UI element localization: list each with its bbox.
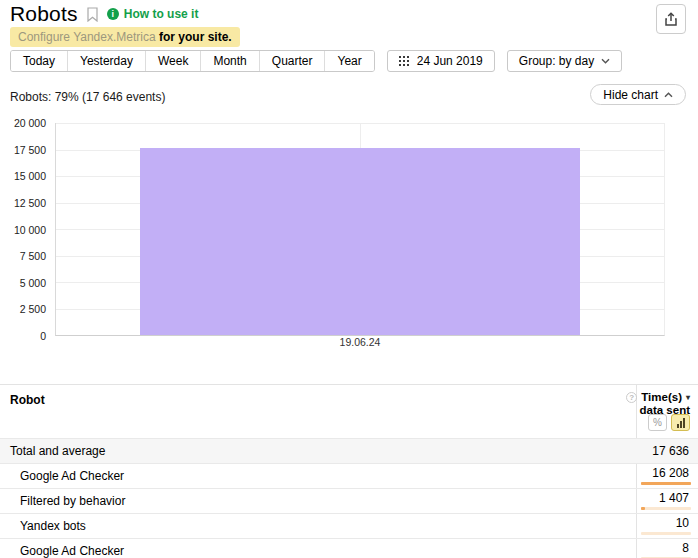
table-row[interactable]: Google Ad Checker8 — [0, 538, 698, 558]
y-tick-label: 0 — [40, 330, 46, 342]
chevron-up-icon — [664, 92, 673, 98]
date-label: 24 Jun 2019 — [417, 54, 483, 68]
robot-name[interactable]: Filtered by behavior — [0, 489, 637, 513]
group-label: Group: by day — [519, 54, 594, 68]
y-tick-label: 7 500 — [20, 250, 46, 262]
calendar-icon — [399, 56, 410, 67]
hide-chart-button[interactable]: Hide chart — [590, 84, 686, 105]
barchart-toggle-button[interactable] — [671, 414, 690, 431]
toolbar: TodayYesterdayWeekMonthQuarterYear 24 Ju… — [10, 50, 622, 72]
period-segmented-control: TodayYesterdayWeekMonthQuarterYear — [10, 50, 375, 72]
info-icon: i — [107, 8, 119, 20]
robot-name[interactable]: Yandex bots — [0, 514, 637, 538]
export-icon — [663, 11, 679, 27]
row-value-cell: 16 208 — [637, 464, 698, 488]
y-tick-label: 2 500 — [20, 303, 46, 315]
value-bar — [641, 507, 691, 510]
how-to-use-link[interactable]: i How to use it — [107, 7, 199, 21]
percent-toggle-button[interactable]: % — [648, 414, 667, 431]
report-header: Robots i How to use it — [10, 2, 198, 26]
date-picker-button[interactable]: 24 Jun 2019 — [387, 50, 495, 72]
period-button-yesterday[interactable]: Yesterday — [68, 51, 146, 71]
table-row[interactable]: Total and average17 636 — [0, 438, 698, 463]
table-row[interactable]: Filtered by behavior1 407 — [0, 488, 698, 513]
y-tick-label: 12 500 — [14, 197, 46, 209]
row-value: 8 — [682, 541, 689, 555]
robots-table: Robot ? Time(s) ▾ data sent % Total and … — [0, 384, 698, 558]
robot-name[interactable]: Google Ad Checker — [0, 539, 637, 558]
value-bar — [641, 532, 691, 535]
configure-banner[interactable]: Configure Yandex.Metrica for your site. — [10, 27, 240, 47]
chart-x-axis-label: 19.06.24 — [55, 336, 665, 350]
robots-report-page: { "colors": { "green": "#13a04b", "banne… — [0, 0, 698, 558]
y-tick-label: 10 000 — [14, 224, 46, 236]
y-tick-label: 15 000 — [14, 170, 46, 182]
chart-bar[interactable] — [140, 148, 580, 335]
configure-link[interactable]: Configure Yandex.Metrica — [18, 30, 156, 44]
row-value-cell: 8 — [637, 539, 698, 558]
help-icon[interactable]: ? — [626, 392, 637, 403]
hide-chart-label: Hide chart — [603, 88, 658, 102]
value-bar — [641, 482, 691, 485]
period-button-today[interactable]: Today — [11, 51, 68, 71]
banner-text: for your site. — [156, 30, 232, 44]
row-value: 1 407 — [659, 491, 689, 505]
y-tick-label: 20 000 — [14, 117, 46, 129]
period-button-quarter[interactable]: Quarter — [260, 51, 326, 71]
table-header: Robot ? Time(s) ▾ data sent % — [0, 385, 698, 438]
table-row[interactable]: Google Ad Checker16 208 — [0, 463, 698, 488]
value-header-label: Time(s) — [641, 391, 682, 404]
y-tick-label: 17 500 — [14, 144, 46, 156]
chart-y-axis-labels: 02 5005 0007 50010 00012 50015 00017 500… — [0, 123, 46, 336]
y-tick-label: 5 000 — [20, 277, 46, 289]
row-value: 16 208 — [652, 466, 689, 480]
row-value: 17 636 — [652, 444, 689, 458]
how-to-use-label: How to use it — [124, 7, 199, 21]
group-dropdown[interactable]: Group: by day — [507, 50, 622, 72]
sort-desc-icon[interactable]: ▾ — [686, 391, 690, 404]
table-body: Total and average17 636Google Ad Checker… — [0, 438, 698, 558]
table-row[interactable]: Yandex bots10 — [0, 513, 698, 538]
bookmark-icon[interactable] — [87, 7, 98, 22]
row-value-cell: 1 407 — [637, 489, 698, 513]
bar-chart-icon — [677, 418, 685, 428]
export-button[interactable] — [656, 4, 686, 34]
row-value-cell: 10 — [637, 514, 698, 538]
events-chart: 02 5005 0007 50010 00012 50015 00017 500… — [0, 112, 698, 352]
period-button-week[interactable]: Week — [146, 51, 201, 71]
display-toggles: % — [648, 414, 690, 431]
robot-name[interactable]: Total and average — [0, 439, 637, 463]
chevron-down-icon — [601, 58, 610, 64]
chart-plot — [55, 123, 665, 336]
robot-name[interactable]: Google Ad Checker — [0, 464, 637, 488]
row-value: 10 — [676, 516, 689, 530]
robots-summary: Robots: 79% (17 646 events) — [10, 90, 165, 104]
robot-column-header[interactable]: Robot — [10, 393, 45, 407]
page-title: Robots — [10, 2, 78, 26]
period-button-month[interactable]: Month — [201, 51, 259, 71]
period-button-year[interactable]: Year — [325, 51, 373, 71]
row-value-cell: 17 636 — [637, 439, 698, 463]
